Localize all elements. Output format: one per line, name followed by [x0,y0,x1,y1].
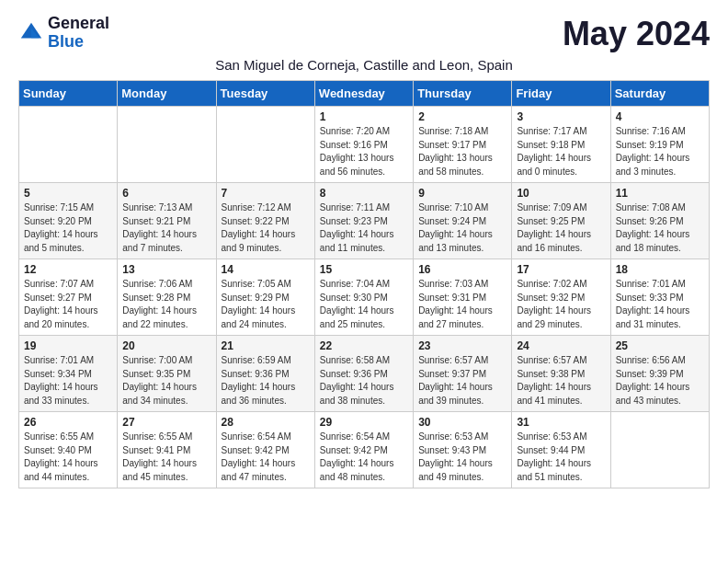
day-number: 2 [418,110,506,123]
calendar-cell: 19Sunrise: 7:01 AM Sunset: 9:34 PM Dayli… [19,336,118,412]
calendar-header: Sunday Monday Tuesday Wednesday Thursday… [19,81,710,107]
day-info: Sunrise: 7:06 AM Sunset: 9:28 PM Dayligh… [122,278,210,331]
calendar-cell: 27Sunrise: 6:55 AM Sunset: 9:41 PM Dayli… [118,412,216,488]
calendar-cell: 5Sunrise: 7:15 AM Sunset: 9:20 PM Daylig… [19,183,118,259]
day-number: 10 [517,187,605,200]
calendar-cell: 26Sunrise: 6:55 AM Sunset: 9:40 PM Dayli… [19,412,118,488]
day-info: Sunrise: 7:18 AM Sunset: 9:17 PM Dayligh… [418,125,506,178]
calendar-week-5: 26Sunrise: 6:55 AM Sunset: 9:40 PM Dayli… [19,412,710,488]
calendar-cell: 21Sunrise: 6:59 AM Sunset: 9:36 PM Dayli… [216,336,314,412]
day-number: 4 [616,110,704,123]
calendar-cell: 30Sunrise: 6:53 AM Sunset: 9:43 PM Dayli… [414,412,512,488]
col-friday: Friday [512,81,610,107]
logo: General Blue [18,15,109,52]
day-number: 8 [320,187,408,200]
day-number: 20 [122,339,210,352]
day-info: Sunrise: 7:10 AM Sunset: 9:24 PM Dayligh… [418,201,506,255]
day-number: 14 [222,263,310,276]
day-info: Sunrise: 7:07 AM Sunset: 9:27 PM Dayligh… [24,278,112,331]
col-saturday: Saturday [610,81,709,107]
calendar-cell: 7Sunrise: 7:12 AM Sunset: 9:22 PM Daylig… [216,183,314,259]
day-info: Sunrise: 7:13 AM Sunset: 9:21 PM Dayligh… [122,201,210,255]
calendar-cell [216,107,314,183]
calendar-cell: 28Sunrise: 6:54 AM Sunset: 9:42 PM Dayli… [216,412,314,488]
calendar-cell: 15Sunrise: 7:04 AM Sunset: 9:30 PM Dayli… [314,259,413,336]
calendar-cell: 3Sunrise: 7:17 AM Sunset: 9:18 PM Daylig… [512,107,610,183]
day-number: 25 [616,339,704,352]
day-info: Sunrise: 7:05 AM Sunset: 9:29 PM Dayligh… [222,278,310,331]
day-number: 17 [517,263,605,276]
day-number: 30 [418,416,506,429]
day-info: Sunrise: 6:57 AM Sunset: 9:38 PM Dayligh… [517,354,605,408]
calendar-cell: 25Sunrise: 6:56 AM Sunset: 9:39 PM Dayli… [610,336,709,412]
day-number: 18 [616,263,704,276]
day-number: 22 [320,339,408,352]
day-number: 1 [320,110,408,123]
day-info: Sunrise: 6:57 AM Sunset: 9:37 PM Dayligh… [418,354,506,408]
day-number: 7 [222,187,310,200]
day-number: 23 [418,339,506,352]
day-number: 21 [222,339,310,352]
day-number: 29 [320,416,408,429]
day-info: Sunrise: 6:59 AM Sunset: 9:36 PM Dayligh… [222,354,310,408]
calendar-cell: 6Sunrise: 7:13 AM Sunset: 9:21 PM Daylig… [118,183,216,259]
header-row: Sunday Monday Tuesday Wednesday Thursday… [19,81,710,107]
day-info: Sunrise: 6:55 AM Sunset: 9:41 PM Dayligh… [122,431,210,484]
calendar-week-3: 12Sunrise: 7:07 AM Sunset: 9:27 PM Dayli… [19,259,710,336]
day-number: 12 [24,263,112,276]
day-number: 31 [517,416,605,429]
day-number: 9 [418,187,506,200]
calendar-cell: 23Sunrise: 6:57 AM Sunset: 9:37 PM Dayli… [414,336,512,412]
calendar-cell: 31Sunrise: 6:53 AM Sunset: 9:44 PM Dayli… [512,412,610,488]
day-info: Sunrise: 6:54 AM Sunset: 9:42 PM Dayligh… [320,431,408,484]
page: General Blue May 2024 San Miguel de Corn… [0,0,728,503]
calendar-cell: 2Sunrise: 7:18 AM Sunset: 9:17 PM Daylig… [414,107,512,183]
calendar-cell: 4Sunrise: 7:16 AM Sunset: 9:19 PM Daylig… [610,107,709,183]
logo-blue: Blue [48,33,109,52]
calendar-cell [118,107,216,183]
calendar-week-1: 1Sunrise: 7:20 AM Sunset: 9:16 PM Daylig… [19,107,710,183]
logo-general: General [48,15,109,33]
calendar-cell: 8Sunrise: 7:11 AM Sunset: 9:23 PM Daylig… [314,183,413,259]
col-tuesday: Tuesday [216,81,314,107]
calendar-cell: 20Sunrise: 7:00 AM Sunset: 9:35 PM Dayli… [118,336,216,412]
day-info: Sunrise: 7:17 AM Sunset: 9:18 PM Dayligh… [517,125,605,178]
day-info: Sunrise: 6:55 AM Sunset: 9:40 PM Dayligh… [24,431,112,484]
calendar-week-2: 5Sunrise: 7:15 AM Sunset: 9:20 PM Daylig… [19,183,710,259]
day-info: Sunrise: 7:20 AM Sunset: 9:16 PM Dayligh… [320,125,408,178]
day-info: Sunrise: 6:56 AM Sunset: 9:39 PM Dayligh… [616,354,704,408]
day-info: Sunrise: 7:08 AM Sunset: 9:26 PM Dayligh… [616,201,704,255]
day-number: 28 [222,416,310,429]
calendar-cell: 18Sunrise: 7:01 AM Sunset: 9:33 PM Dayli… [610,259,709,336]
col-sunday: Sunday [19,81,118,107]
calendar-cell: 14Sunrise: 7:05 AM Sunset: 9:29 PM Dayli… [216,259,314,336]
day-number: 13 [122,263,210,276]
day-number: 6 [122,187,210,200]
day-info: Sunrise: 7:15 AM Sunset: 9:20 PM Dayligh… [24,201,112,255]
col-thursday: Thursday [414,81,512,107]
day-number: 15 [320,263,408,276]
col-monday: Monday [118,81,216,107]
calendar-cell: 9Sunrise: 7:10 AM Sunset: 9:24 PM Daylig… [414,183,512,259]
day-info: Sunrise: 7:03 AM Sunset: 9:31 PM Dayligh… [418,278,506,331]
day-info: Sunrise: 7:01 AM Sunset: 9:34 PM Dayligh… [24,354,112,408]
day-number: 24 [517,339,605,352]
day-info: Sunrise: 7:12 AM Sunset: 9:22 PM Dayligh… [222,201,310,255]
day-info: Sunrise: 6:53 AM Sunset: 9:43 PM Dayligh… [418,431,506,484]
calendar-cell [610,412,709,488]
calendar-cell: 17Sunrise: 7:02 AM Sunset: 9:32 PM Dayli… [512,259,610,336]
day-info: Sunrise: 7:09 AM Sunset: 9:25 PM Dayligh… [517,201,605,255]
day-info: Sunrise: 7:04 AM Sunset: 9:30 PM Dayligh… [320,278,408,331]
day-info: Sunrise: 6:54 AM Sunset: 9:42 PM Dayligh… [222,431,310,484]
calendar-cell: 16Sunrise: 7:03 AM Sunset: 9:31 PM Dayli… [414,259,512,336]
calendar-cell: 1Sunrise: 7:20 AM Sunset: 9:16 PM Daylig… [314,107,413,183]
day-info: Sunrise: 7:11 AM Sunset: 9:23 PM Dayligh… [320,201,408,255]
calendar-week-4: 19Sunrise: 7:01 AM Sunset: 9:34 PM Dayli… [19,336,710,412]
logo-text: General Blue [48,15,109,52]
calendar-cell: 10Sunrise: 7:09 AM Sunset: 9:25 PM Dayli… [512,183,610,259]
day-number: 11 [616,187,704,200]
calendar-cell: 12Sunrise: 7:07 AM Sunset: 9:27 PM Dayli… [19,259,118,336]
day-info: Sunrise: 7:16 AM Sunset: 9:19 PM Dayligh… [616,125,704,178]
calendar-cell: 13Sunrise: 7:06 AM Sunset: 9:28 PM Dayli… [118,259,216,336]
day-number: 27 [122,416,210,429]
